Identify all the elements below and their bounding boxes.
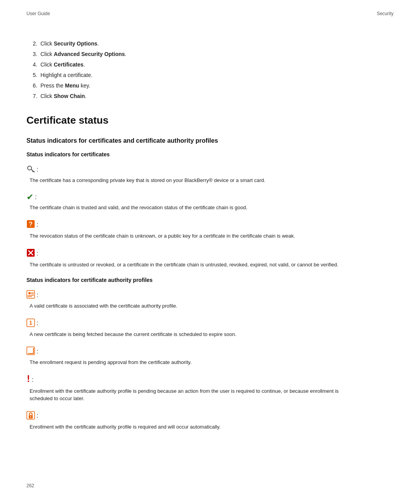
status-item: :The certificate has a corresponding pri… xyxy=(26,164,394,184)
status-colon: : xyxy=(32,376,33,383)
status-icon-row: : xyxy=(26,164,394,174)
step-item: 2.Click Security Options. xyxy=(26,40,394,48)
status-item: !:Enrollment with the certificate author… xyxy=(26,375,394,402)
step-item: 5.Highlight a certificate. xyxy=(26,71,394,79)
ca-indicators: :A valid certificate is associated with … xyxy=(26,290,394,430)
svg-text:?: ? xyxy=(29,221,33,228)
status-item: :The certificate is untrusted or revoked… xyxy=(26,248,394,269)
step-text: Click Advanced Security Options. xyxy=(40,50,126,58)
status-item: :The enrollment request is pending appro… xyxy=(26,346,394,366)
status-colon: : xyxy=(37,320,38,327)
step-item: 4.Click Certificates. xyxy=(26,61,394,69)
step-number: 3. xyxy=(26,50,37,58)
x-icon xyxy=(26,248,35,259)
status-description: A new certificate is being fetched becau… xyxy=(26,331,361,338)
ca-pending-icon xyxy=(26,346,35,356)
step-item: 6.Press the Menu key. xyxy=(26,82,394,90)
ca-indicators-title: Status indicators for certificate author… xyxy=(26,277,394,283)
status-item: :Enrollment with the certificate authori… xyxy=(26,411,394,431)
status-colon: : xyxy=(37,166,38,173)
status-item: :A valid certificate is associated with … xyxy=(26,290,394,310)
status-colon: : xyxy=(37,348,38,355)
svg-point-10 xyxy=(28,292,31,294)
section-title: Certificate status xyxy=(26,114,394,126)
step-number: 2. xyxy=(26,40,37,48)
status-item: ?:The revocation status of the certifica… xyxy=(26,220,394,240)
status-description: The enrollment request is pending approv… xyxy=(26,359,361,366)
status-description: The certificate has a corresponding priv… xyxy=(26,177,361,184)
status-icon-row: ?: xyxy=(26,220,394,230)
step-number: 7. xyxy=(26,92,37,100)
ca-valid-icon xyxy=(26,290,35,300)
status-colon: : xyxy=(37,250,38,257)
step-text: Press the Menu key. xyxy=(40,82,90,90)
status-colon: : xyxy=(37,412,38,419)
step-text: Click Certificates. xyxy=(40,61,85,69)
step-number: 5. xyxy=(26,71,37,79)
page-header: User Guide Security xyxy=(0,0,420,16)
step-text: Highlight a certificate. xyxy=(40,71,93,79)
status-description: The certificate is untrusted or revoked,… xyxy=(26,261,361,269)
steps-list: 2.Click Security Options.3.Click Advance… xyxy=(26,40,394,100)
ca-new-icon: 1 xyxy=(26,318,35,328)
page-footer: 262 xyxy=(26,483,34,488)
svg-point-21 xyxy=(30,416,32,417)
status-icon-row: !: xyxy=(26,375,394,385)
step-item: 7.Click Show Chain. xyxy=(26,92,394,100)
status-description: The revocation status of the certificate… xyxy=(26,232,361,240)
exclamation-icon: ! xyxy=(26,375,30,385)
lock-icon xyxy=(26,411,35,421)
status-colon: : xyxy=(37,292,38,299)
step-number: 6. xyxy=(26,82,37,90)
subsection-title: Status indicators for certificates and c… xyxy=(26,137,394,144)
status-description: The certificate chain is trusted and val… xyxy=(26,204,361,212)
header-right: Security xyxy=(377,11,394,16)
status-description: A valid certificate is associated with t… xyxy=(26,302,361,310)
step-item: 3.Click Advanced Security Options. xyxy=(26,50,394,58)
page-content: 2.Click Security Options.3.Click Advance… xyxy=(0,16,420,462)
status-icon-row: : xyxy=(26,411,394,421)
status-colon: : xyxy=(37,221,38,228)
status-item: ✔:The certificate chain is trusted and v… xyxy=(26,193,394,212)
status-icon-row: : xyxy=(26,290,394,300)
page-number: 262 xyxy=(26,483,34,488)
step-text: Click Security Options. xyxy=(40,40,99,48)
cert-indicators-title: Status indicators for certificates xyxy=(26,151,394,158)
step-text: Click Show Chain. xyxy=(40,92,86,100)
svg-text:!: ! xyxy=(27,375,30,383)
step-number: 4. xyxy=(26,61,37,69)
question-icon: ? xyxy=(26,220,35,230)
svg-text:1: 1 xyxy=(29,320,32,326)
status-icon-row: 1: xyxy=(26,318,394,328)
key-icon xyxy=(26,164,35,174)
checkmark-icon: ✔ xyxy=(26,193,33,201)
header-left: User Guide xyxy=(26,11,50,16)
status-icon-row: : xyxy=(26,346,394,356)
status-icon-row: : xyxy=(26,248,394,259)
status-item: 1:A new certificate is being fetched bec… xyxy=(26,318,394,338)
cert-indicators: :The certificate has a corresponding pri… xyxy=(26,164,394,268)
svg-rect-9 xyxy=(27,290,35,298)
status-icon-row: ✔: xyxy=(26,193,394,201)
status-description: Enrollment with the certificate authorit… xyxy=(26,387,361,402)
status-colon: : xyxy=(35,194,37,201)
status-description: Enrollment with the certificate authorit… xyxy=(26,423,361,431)
